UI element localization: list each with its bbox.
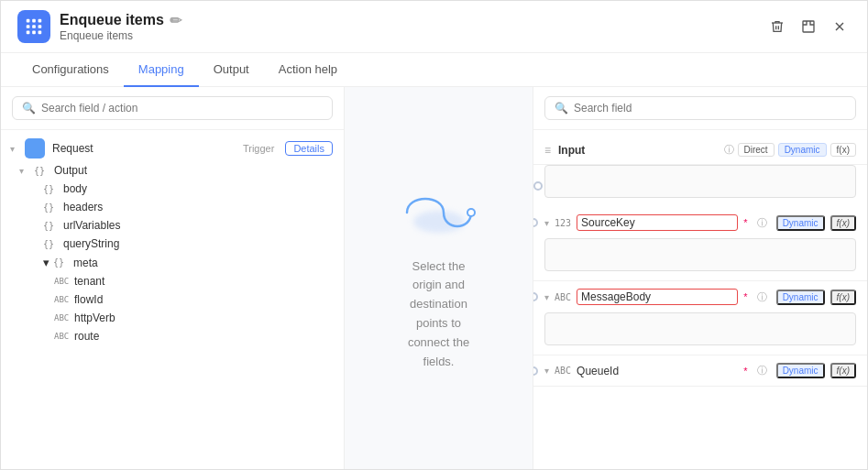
middle-panel: Select the origin and destination points… [345, 87, 533, 469]
route-label: route [74, 330, 99, 343]
sourcekey-input-area [533, 238, 867, 280]
httpverb-label: httpVerb [74, 312, 115, 324]
edit-icon[interactable]: ✏ [170, 12, 181, 29]
title-group: Enqueue items ✏ Enqueue items [60, 12, 181, 42]
header-title: Enqueue items ✏ [60, 12, 181, 29]
meta-type: {} [53, 257, 70, 268]
messagebody-header: ▾ ABC MessageBody * ⓘ Dynamic f(x) [533, 281, 867, 312]
right-search-icon: 🔍 [555, 102, 568, 115]
header-subtitle: Enqueue items [60, 29, 181, 42]
input-section-label: Input [558, 144, 719, 157]
queueid-caret: ▾ [544, 366, 549, 376]
messagebody-input[interactable] [544, 312, 856, 345]
tab-mapping[interactable]: Mapping [124, 53, 199, 87]
dot-connector-sourcekey [533, 218, 538, 227]
trigger-caret: ▾ [10, 144, 21, 154]
output-section[interactable]: ▾ {} Output [1, 161, 344, 180]
tab-configurations[interactable]: Configurations [17, 53, 124, 87]
connector-visual [398, 185, 480, 243]
messagebody-fx-btn[interactable]: f(x) [830, 290, 856, 305]
sourcekey-dynamic-btn[interactable]: Dynamic [776, 215, 825, 231]
details-button[interactable]: Details [285, 141, 333, 156]
headers-type: {} [43, 202, 60, 213]
queueid-section: ▾ ABC QueueId * ⓘ Dynamic f(x) [533, 355, 867, 387]
meta-label: meta [73, 257, 98, 269]
right-search-box: 🔍 [533, 87, 867, 130]
svg-point-14 [468, 210, 474, 215]
close-button[interactable] [829, 16, 851, 38]
body-type: {} [43, 184, 60, 194]
tab-bar: Configurations Mapping Output Action hel… [1, 53, 867, 87]
sourcekey-required: * [743, 217, 747, 228]
input-info-icon: ⓘ [724, 143, 734, 157]
resize-button[interactable] [797, 16, 819, 38]
input-text-box[interactable] [544, 165, 856, 198]
messagebody-info-icon[interactable]: ⓘ [757, 290, 767, 304]
left-search-box: 🔍 [1, 87, 344, 130]
dot-connector-messagebody [533, 292, 538, 301]
queueid-name: QueueId [577, 365, 738, 377]
svg-rect-3 [27, 25, 30, 28]
querystring-label: queryString [63, 237, 119, 250]
left-search-icon: 🔍 [22, 102, 36, 115]
sourcekey-info-icon[interactable]: ⓘ [757, 216, 767, 230]
output-label: Output [54, 164, 87, 177]
instruction-6: fields. [423, 355, 455, 368]
tenant-item[interactable]: ABC tenant [1, 272, 344, 290]
input-section-controls: ⓘ Direct Dynamic f(x) [724, 143, 856, 157]
tab-output[interactable]: Output [199, 53, 264, 87]
route-type: ABC [54, 332, 71, 341]
queueid-info-icon[interactable]: ⓘ [757, 364, 767, 377]
sourcekey-caret: ▾ [544, 218, 549, 228]
svg-rect-4 [32, 25, 36, 28]
body-item[interactable]: {} body [1, 180, 344, 198]
trigger-icon [25, 138, 45, 158]
tab-action-help[interactable]: Action help [264, 53, 352, 87]
right-search-input[interactable] [574, 102, 846, 115]
header-left: Enqueue items ✏ Enqueue items [17, 10, 181, 43]
input-section-header: ≡ Input ⓘ Direct Dynamic f(x) [533, 136, 867, 165]
flowid-item[interactable]: ABC flowId [1, 290, 344, 309]
headers-item[interactable]: {} headers [1, 198, 344, 216]
tenant-label: tenant [74, 275, 104, 288]
messagebody-name: MessageBody [577, 289, 738, 305]
messagebody-input-area [533, 312, 867, 355]
queueid-dynamic-btn[interactable]: Dynamic [776, 363, 825, 378]
svg-rect-1 [32, 19, 36, 23]
resize-icon [801, 19, 816, 34]
left-search-wrap[interactable]: 🔍 [12, 96, 333, 120]
delete-button[interactable] [766, 16, 788, 38]
messagebody-required: * [743, 291, 747, 302]
meta-item[interactable]: ▾ {} meta [1, 253, 344, 272]
fx-btn[interactable]: f(x) [830, 143, 856, 157]
messagebody-dynamic-btn[interactable]: Dynamic [776, 290, 825, 305]
left-search-input[interactable] [41, 102, 323, 115]
body-label: body [63, 182, 87, 195]
trigger-sub-label: Trigger [243, 143, 274, 154]
querystring-item[interactable]: {} queryString [1, 235, 344, 253]
delete-icon [770, 19, 785, 34]
trigger-label: Request [52, 142, 239, 155]
right-search-wrap[interactable]: 🔍 [544, 96, 856, 120]
sourcekey-input[interactable] [544, 238, 856, 271]
source-key-section: ▾ 123 SourceKey * ⓘ Dynamic f(x) [533, 207, 867, 281]
messagebody-caret: ▾ [544, 292, 549, 302]
app-icon [17, 10, 50, 43]
dynamic-btn[interactable]: Dynamic [778, 143, 827, 157]
source-key-header: ▾ 123 SourceKey * ⓘ Dynamic f(x) [533, 207, 867, 238]
svg-point-12 [413, 211, 465, 233]
trigger-item[interactable]: ▾ Request Trigger Details [1, 136, 344, 161]
route-item[interactable]: ABC route [1, 327, 344, 345]
queueid-type: ABC [555, 366, 571, 376]
flowid-label: flowId [74, 293, 103, 306]
messagebody-type: ABC [555, 292, 571, 302]
querystring-type: {} [43, 239, 60, 249]
httpverb-item[interactable]: ABC httpVerb [1, 309, 344, 327]
queueid-fx-btn[interactable]: f(x) [830, 363, 856, 378]
instruction-4: points to [416, 316, 461, 330]
svg-rect-5 [38, 25, 42, 28]
urlvariables-item[interactable]: {} urlVariables [1, 216, 344, 235]
direct-btn[interactable]: Direct [738, 143, 775, 157]
sourcekey-fx-btn[interactable]: f(x) [830, 215, 856, 231]
svg-rect-2 [38, 19, 42, 23]
